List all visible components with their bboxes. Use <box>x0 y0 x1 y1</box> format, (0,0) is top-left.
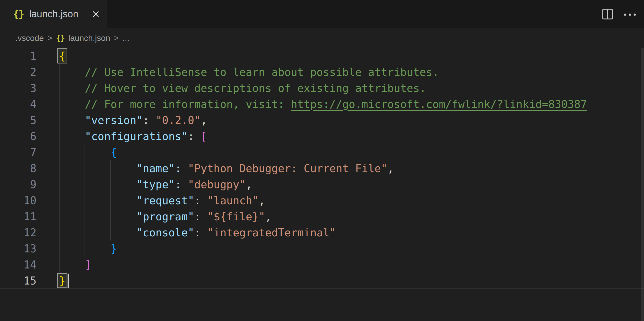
line-number: 7 <box>0 146 36 159</box>
tab-launch-json[interactable]: {} launch.json <box>0 0 107 28</box>
code-lines: 1{2 // Use IntelliSense to learn about p… <box>0 48 644 289</box>
code-token: "configurations" <box>85 130 188 143</box>
code-token: : <box>175 162 188 175</box>
code-line-10[interactable]: 10 "request": "launch", <box>0 192 644 208</box>
code-token <box>59 210 136 223</box>
code-line-4[interactable]: 4 // For more information, visit: https:… <box>0 96 644 112</box>
code-text: "program": "${file}", <box>59 210 272 223</box>
close-icon[interactable] <box>91 10 100 19</box>
code-text: // For more information, visit: https://… <box>59 98 587 110</box>
code-token: // Use IntelliSense to learn about possi… <box>59 66 439 78</box>
line-number: 13 <box>0 242 36 255</box>
code-token: , <box>246 178 252 191</box>
code-token <box>59 130 85 143</box>
line-number: 5 <box>0 114 36 126</box>
code-token: "console" <box>136 226 194 239</box>
code-token: "name" <box>136 162 175 175</box>
code-token: } <box>110 242 117 255</box>
code-text: } <box>59 242 117 255</box>
code-token: "launch" <box>207 194 258 207</box>
code-token: , <box>265 210 272 223</box>
code-token <box>59 258 85 271</box>
json-file-icon: {} <box>56 33 65 43</box>
comment-link[interactable]: https://go.microsoft.com/fwlink/?linkid=… <box>291 98 587 110</box>
line-number: 3 <box>0 82 36 94</box>
line-number: 1 <box>0 50 36 62</box>
vertical-scrollbar[interactable] <box>641 48 644 321</box>
more-actions-icon[interactable] <box>623 8 637 20</box>
line-number: 10 <box>0 194 36 207</box>
code-token: "${file}" <box>207 210 265 223</box>
code-text: "type": "debugpy", <box>59 178 252 191</box>
text-cursor <box>68 273 69 288</box>
breadcrumb-item-launch-json[interactable]: launch.json <box>68 33 110 43</box>
code-text: "request": "launch", <box>59 194 265 207</box>
code-token <box>59 114 85 126</box>
code-line-1[interactable]: 1{ <box>0 48 644 64</box>
bracket-match-highlight: { <box>57 48 67 64</box>
code-token: : <box>175 178 188 191</box>
code-token: "debugpy" <box>188 178 246 191</box>
code-line-7[interactable]: 7 { <box>0 144 644 160</box>
code-editor[interactable]: 1{2 // Use IntelliSense to learn about p… <box>0 48 644 321</box>
editor-actions <box>602 0 644 28</box>
vscode-editor-window: {} launch.json <box>0 0 644 321</box>
chevron-right-icon: > <box>48 34 52 43</box>
code-line-14[interactable]: 14 ] <box>0 256 644 273</box>
code-text: "configurations": [ <box>59 130 207 143</box>
line-number: 9 <box>0 178 36 191</box>
code-token <box>59 226 136 239</box>
code-line-9[interactable]: 9 "type": "debugpy", <box>0 176 644 192</box>
code-line-8[interactable]: 8 "name": "Python Debugger: Current File… <box>0 160 644 176</box>
code-token: "program" <box>136 210 194 223</box>
code-line-13[interactable]: 13 } <box>0 240 644 256</box>
code-token: , <box>201 114 207 126</box>
json-file-icon: {} <box>13 9 24 20</box>
line-number: 15 <box>0 274 36 287</box>
code-token <box>59 194 136 207</box>
code-token: "request" <box>136 194 194 207</box>
code-token: : <box>194 210 207 223</box>
code-line-6[interactable]: 6 "configurations": [ <box>0 128 644 144</box>
code-token: "0.2.0" <box>156 114 200 126</box>
code-token: : <box>194 226 207 239</box>
bracket-match-highlight: } <box>57 273 67 288</box>
code-token: : <box>143 114 156 126</box>
code-line-5[interactable]: 5 "version": "0.2.0", <box>0 112 644 128</box>
code-token: ] <box>85 258 92 271</box>
line-number: 6 <box>0 130 36 143</box>
code-line-2[interactable]: 2 // Use IntelliSense to learn about pos… <box>0 64 644 80</box>
tab-label: launch.json <box>29 9 78 20</box>
code-text: "version": "0.2.0", <box>59 114 207 126</box>
code-line-3[interactable]: 3 // Hover to view descriptions of exist… <box>0 80 644 96</box>
code-token: "type" <box>136 178 175 191</box>
code-token: { <box>59 50 66 62</box>
code-text: { <box>59 146 117 159</box>
code-token <box>59 242 110 255</box>
line-number: 14 <box>0 258 36 271</box>
code-token: "Python Debugger: Current File" <box>188 162 387 175</box>
line-number: 12 <box>0 226 36 239</box>
code-text: "console": "integratedTerminal" <box>59 226 336 239</box>
code-line-15[interactable]: 15} <box>0 273 644 289</box>
code-text: // Use IntelliSense to learn about possi… <box>59 66 439 78</box>
breadcrumb-item-vscode[interactable]: .vscode <box>15 33 44 43</box>
code-text: } <box>59 273 69 288</box>
code-token: // Hover to view descriptions of existin… <box>59 82 426 94</box>
code-token: , <box>387 162 394 175</box>
code-text: ] <box>59 258 91 271</box>
breadcrumb-item-symbols[interactable]: ... <box>122 33 129 43</box>
line-number: 11 <box>0 210 36 223</box>
line-number: 4 <box>0 98 36 110</box>
split-editor-icon[interactable] <box>602 8 614 20</box>
code-line-11[interactable]: 11 "program": "${file}", <box>0 208 644 224</box>
code-token: // For more information, visit: <box>59 98 291 110</box>
code-token: , <box>258 194 265 207</box>
line-number: 2 <box>0 66 36 78</box>
chevron-right-icon: > <box>114 34 118 43</box>
editor-tab-bar: {} launch.json <box>0 0 644 28</box>
code-line-12[interactable]: 12 "console": "integratedTerminal" <box>0 224 644 240</box>
line-number: 8 <box>0 162 36 175</box>
code-text: { <box>59 48 68 64</box>
code-token <box>59 146 110 159</box>
